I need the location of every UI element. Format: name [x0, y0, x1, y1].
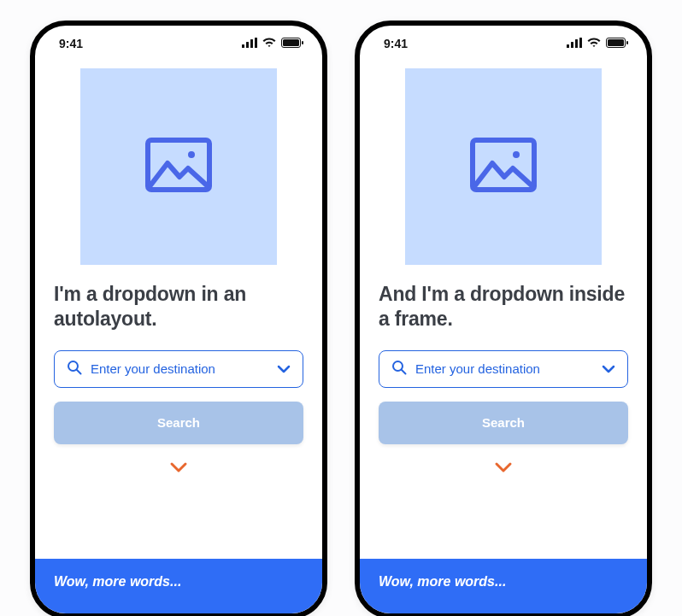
- wifi-icon: [262, 37, 276, 50]
- battery-icon: [281, 37, 303, 50]
- phone-mockup-right: 9:41 And I'm a dropdown inside a frame.: [355, 21, 652, 616]
- dropdown-placeholder: Enter your destination: [91, 361, 268, 376]
- search-button-label: Search: [482, 415, 525, 430]
- footer-band: Wow, more words...: [35, 559, 322, 613]
- cellular-icon: [567, 37, 582, 50]
- heading: I'm a dropdown in an autolayout.: [54, 282, 303, 331]
- chevron-down-icon: [602, 361, 615, 376]
- svg-point-8: [188, 151, 195, 158]
- expand-chevron[interactable]: [379, 461, 628, 473]
- footer-text: Wow, more words...: [379, 574, 506, 589]
- svg-rect-13: [575, 39, 578, 48]
- svg-rect-16: [608, 39, 624, 46]
- svg-rect-2: [250, 39, 253, 48]
- footer-text: Wow, more words...: [54, 574, 181, 589]
- phone-mockup-left: 9:41 I'm a dropdown in an autolayout.: [30, 21, 327, 616]
- status-bar: 9:41: [35, 26, 322, 62]
- battery-icon: [606, 37, 628, 50]
- search-button[interactable]: Search: [379, 402, 628, 444]
- status-time: 9:41: [59, 37, 83, 50]
- image-placeholder: [405, 68, 602, 265]
- svg-rect-5: [283, 39, 299, 46]
- svg-line-21: [402, 370, 406, 374]
- svg-rect-14: [579, 38, 582, 48]
- destination-dropdown[interactable]: Enter your destination: [54, 350, 303, 388]
- image-icon: [470, 138, 537, 196]
- screen-content: And I'm a dropdown inside a frame. Enter…: [360, 62, 647, 559]
- search-button[interactable]: Search: [54, 402, 303, 444]
- footer-band: Wow, more words...: [360, 559, 647, 613]
- status-indicators: [242, 37, 303, 50]
- image-placeholder: [80, 68, 277, 265]
- search-icon: [67, 360, 82, 378]
- search-icon: [391, 360, 407, 378]
- image-icon: [145, 138, 212, 196]
- status-indicators: [567, 37, 628, 50]
- status-bar: 9:41: [360, 26, 647, 62]
- expand-chevron[interactable]: [54, 461, 303, 473]
- svg-rect-12: [571, 42, 573, 48]
- cellular-icon: [242, 37, 257, 50]
- svg-rect-3: [255, 38, 257, 48]
- search-button-label: Search: [157, 415, 200, 430]
- svg-rect-0: [242, 44, 244, 48]
- screen-content: I'm a dropdown in an autolayout. Enter y…: [35, 62, 322, 559]
- svg-rect-11: [567, 44, 569, 48]
- image-placeholder-wrap: [54, 68, 303, 282]
- svg-line-10: [77, 370, 81, 374]
- svg-point-19: [513, 151, 520, 158]
- heading: And I'm a dropdown inside a frame.: [379, 282, 628, 331]
- destination-dropdown[interactable]: Enter your destination: [379, 350, 628, 388]
- dropdown-placeholder: Enter your destination: [415, 361, 593, 376]
- status-time: 9:41: [384, 37, 408, 50]
- chevron-down-icon: [277, 361, 291, 376]
- svg-rect-6: [302, 41, 303, 44]
- image-placeholder-wrap: [379, 68, 628, 282]
- svg-rect-17: [626, 41, 628, 44]
- wifi-icon: [587, 37, 601, 50]
- svg-rect-1: [246, 42, 249, 48]
